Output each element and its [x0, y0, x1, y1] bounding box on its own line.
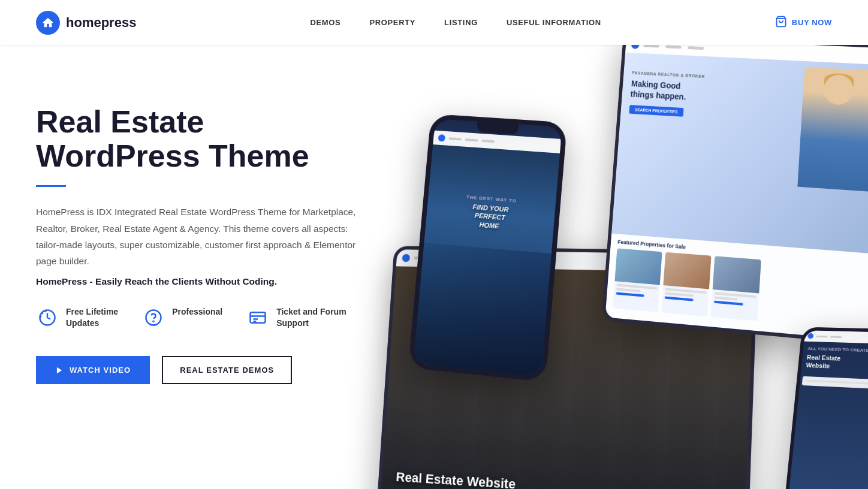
tablet-large-screen: Real Estate Website ALL YOU NEED TO CREA… [379, 249, 755, 489]
feature-free-lifetime-text: Free LifetimeUpdates [66, 306, 118, 330]
logo[interactable]: homepress [36, 11, 136, 35]
logo-icon [36, 11, 60, 35]
phone-notch [477, 122, 519, 135]
hero-tagline: HomePress - Easily Reach the Clients Wit… [36, 276, 396, 287]
svg-point-3 [153, 321, 154, 322]
support-icon [142, 306, 165, 329]
real-estate-demos-button[interactable]: REAL ESTATE DEMOS [162, 356, 292, 384]
ticket-icon [246, 306, 269, 329]
feature-ticket-support: Ticket and ForumSupport [246, 306, 346, 330]
phone-device: THE BEST WAY TO Find YourPerfectHome [408, 114, 568, 382]
phone-right: ALL YOU NEED TO CREATE Real EstateWebsit… [782, 327, 868, 489]
tablet-top-frame: PASADENA REALTOR & BROKER Making Goodthi… [601, 45, 868, 345]
tablet-hero-text: Real Estate Website [396, 469, 516, 489]
tablet-top-screen: PASADENA REALTOR & BROKER Making Goodthi… [605, 45, 868, 342]
header: homepress DEMOS PROPERTY LISTING USEFUL … [0, 0, 868, 45]
svg-rect-4 [251, 312, 266, 323]
buy-now-label: BUY NOW [792, 18, 832, 27]
feature-professional-support: Professional [142, 306, 222, 329]
buttons-row: WATCH VIDEO REAL ESTATE DEMOS [36, 356, 396, 384]
device-container: Real Estate Website ALL YOU NEED TO CREA… [376, 45, 868, 489]
nav-demos[interactable]: DEMOS [310, 18, 340, 27]
hero-content: Real Estate WordPress Theme HomePress is… [36, 81, 396, 384]
tablet-top: PASADENA REALTOR & BROKER Making Goodthi… [601, 45, 868, 345]
feature-free-lifetime: Free LifetimeUpdates [36, 306, 118, 330]
buy-now-button[interactable]: BUY NOW [775, 16, 832, 29]
main-nav: DEMOS PROPERTY LISTING USEFUL INFORMATIO… [310, 18, 601, 27]
clock-icon [36, 306, 59, 329]
logo-text: homepress [66, 15, 136, 31]
hero-title: Real Estate WordPress Theme [36, 105, 396, 173]
nav-useful-information[interactable]: USEFUL INFORMATION [507, 18, 601, 27]
hero-section: Real Estate WordPress Theme HomePress is… [0, 45, 868, 489]
cart-icon [775, 16, 787, 29]
tablet-large: Real Estate Website ALL YOU NEED TO CREA… [376, 246, 758, 489]
hero-divider [36, 185, 66, 187]
svg-marker-8 [57, 367, 62, 373]
play-icon [55, 366, 64, 375]
feature-ticket-support-text: Ticket and ForumSupport [276, 306, 346, 330]
hero-description: HomePress is IDX Integrated Real Estate … [36, 204, 372, 269]
hero-visuals: Real Estate Website ALL YOU NEED TO CREA… [376, 45, 868, 489]
nav-listing[interactable]: LISTING [444, 18, 478, 27]
feature-professional-support-text: Professional [172, 306, 222, 318]
phone-frame: THE BEST WAY TO Find YourPerfectHome [408, 114, 568, 382]
phone-right-frame: ALL YOU NEED TO CREATE Real EstateWebsit… [782, 327, 868, 489]
tablet-large-frame: Real Estate Website ALL YOU NEED TO CREA… [376, 246, 758, 489]
watch-video-button[interactable]: WATCH VIDEO [36, 356, 150, 384]
home-icon [41, 16, 55, 29]
phone-right-screen: ALL YOU NEED TO CREATE Real EstateWebsit… [785, 330, 868, 489]
phone-screen: THE BEST WAY TO Find YourPerfectHome [413, 119, 562, 376]
features-row: Free LifetimeUpdates Professional [36, 306, 396, 330]
nav-property[interactable]: PROPERTY [369, 18, 415, 27]
